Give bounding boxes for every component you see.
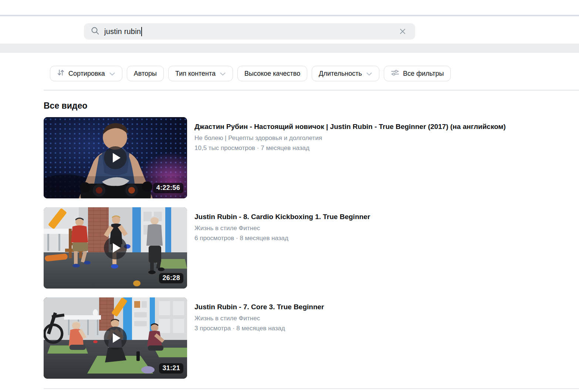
section-divider: [44, 90, 579, 91]
filter-sort-button[interactable]: Сортировка: [50, 66, 122, 81]
text-caret: [141, 27, 142, 36]
video-info: Джастин Рубин - Настоящий новичок | Just…: [194, 117, 506, 198]
filter-label: Авторы: [134, 70, 157, 78]
play-button-overlay: [104, 327, 127, 350]
video-channel-link[interactable]: Жизнь в стиле Фитнес: [194, 224, 370, 232]
results-section-title: Все видео: [44, 101, 579, 111]
video-meta: 6 просмотров · 8 месяцев назад: [194, 234, 370, 242]
play-icon: [113, 243, 121, 253]
play-icon: [113, 153, 121, 163]
video-result-row: 4:22:56 Джастин Рубин - Настоящий новичо…: [44, 117, 579, 198]
filter-label: Сортировка: [68, 70, 105, 78]
filter-duration-button[interactable]: Длительность: [312, 66, 379, 81]
clear-search-button[interactable]: [398, 27, 407, 36]
filter-bar: Сортировка Авторы Тип контента Высокое к…: [50, 66, 579, 81]
video-result-row: 26:28 Justin Rubin - 8. Cardio Kickboxin…: [44, 207, 579, 289]
video-title-link[interactable]: Justin Rubin - 8. Cardio Kickboxing 1. T…: [194, 212, 370, 222]
chevron-down-icon: [220, 70, 226, 78]
video-result-row: 31:21 Justin Rubin - 7. Core 3. True Beg…: [44, 297, 579, 379]
video-title-link[interactable]: Джастин Рубин - Настоящий новичок | Just…: [194, 122, 506, 132]
video-info: Justin Rubin - 8. Cardio Kickboxing 1. T…: [194, 207, 370, 289]
video-thumbnail[interactable]: 4:22:56: [44, 117, 187, 198]
filter-label: Длительность: [319, 70, 362, 78]
filter-label: Высокое качество: [244, 70, 300, 78]
video-info: Justin Rubin - 7. Core 3. True Beginner …: [194, 297, 324, 379]
sliders-icon: [391, 69, 399, 78]
search-results-list: 4:22:56 Джастин Рубин - Настоящий новичо…: [44, 117, 579, 379]
search-query-text: justin rubin: [104, 27, 141, 36]
video-channel-link[interactable]: Жизнь в стиле Фитнес: [194, 314, 324, 323]
chevron-down-icon: [366, 70, 372, 78]
header-strip: [0, 44, 579, 53]
video-channel-link[interactable]: Не болею | Рецепты здоровья и долголетия: [194, 134, 506, 142]
bottom-divider: [44, 388, 579, 389]
search-icon: [91, 27, 99, 37]
top-bar: [0, 0, 579, 15]
filter-content-type-button[interactable]: Тип контента: [168, 66, 233, 81]
duration-badge: 4:22:56: [153, 183, 183, 193]
play-button-overlay: [104, 146, 127, 169]
filter-label: Все фильтры: [403, 70, 444, 78]
chevron-down-icon: [109, 70, 115, 78]
video-title-link[interactable]: Justin Rubin - 7. Core 3. True Beginner: [194, 302, 324, 312]
video-meta: 3 просмотра · 8 месяцев назад: [194, 324, 324, 333]
search-input[interactable]: justin rubin: [84, 23, 415, 40]
sort-arrows-icon: [57, 69, 65, 78]
filter-high-quality-button[interactable]: Высокое качество: [237, 66, 307, 81]
video-thumbnail[interactable]: 26:28: [44, 207, 187, 289]
search-section: justin rubin: [0, 16, 579, 44]
play-icon: [113, 333, 121, 343]
play-button-overlay: [104, 236, 127, 259]
filter-authors-button[interactable]: Авторы: [127, 66, 164, 81]
filter-all-filters-button[interactable]: Все фильтры: [384, 66, 451, 81]
video-meta: 10,5 тыс просмотров · 7 месяцев назад: [194, 144, 506, 152]
video-thumbnail[interactable]: 31:21: [44, 297, 187, 379]
duration-badge: 26:28: [159, 273, 183, 283]
filter-label: Тип контента: [175, 70, 216, 78]
duration-badge: 31:21: [159, 363, 183, 374]
